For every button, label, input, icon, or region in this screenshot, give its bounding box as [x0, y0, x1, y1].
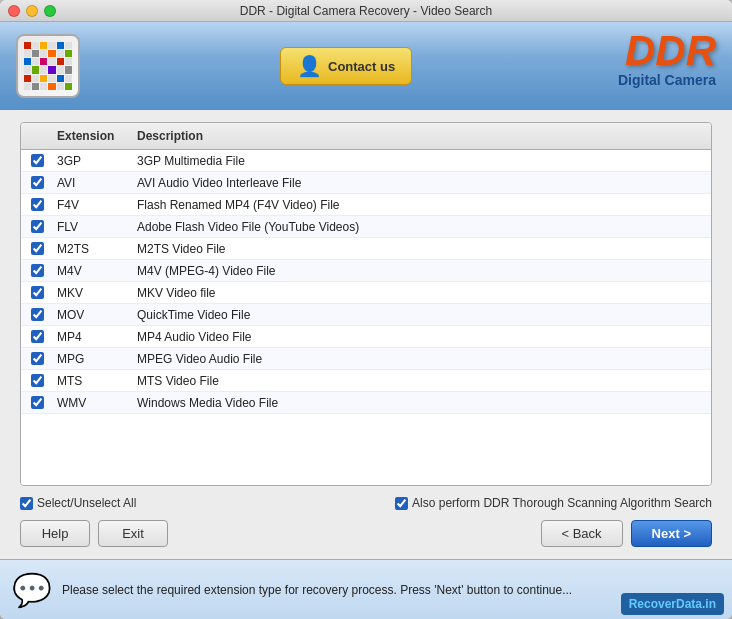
recover-text-normal: RecoverData: [629, 597, 702, 611]
status-bar-wrapper: 💬 Please select the required extension t…: [0, 559, 732, 619]
row-extension: WMV: [53, 394, 133, 412]
recover-text-highlight: .in: [702, 597, 716, 611]
window-title: DDR - Digital Camera Recovery - Video Se…: [240, 4, 493, 18]
row-checkbox-flv[interactable]: [31, 220, 44, 233]
table-row: MKVMKV Video file: [21, 282, 711, 304]
row-description: MTS Video File: [133, 372, 711, 390]
row-checkbox-cell: [21, 220, 53, 233]
row-checkbox-cell: [21, 176, 53, 189]
row-checkbox-mp4[interactable]: [31, 330, 44, 343]
row-description: AVI Audio Video Interleave File: [133, 174, 711, 192]
table-row: 3GP3GP Multimedia File: [21, 150, 711, 172]
row-checkbox-mov[interactable]: [31, 308, 44, 321]
table-row: F4VFlash Renamed MP4 (F4V Video) File: [21, 194, 711, 216]
main-content: Extension Description 3GP3GP Multimedia …: [0, 110, 732, 559]
recover-data-badge: RecoverData.in: [621, 593, 724, 615]
row-checkbox-cell: [21, 308, 53, 321]
row-description: Windows Media Video File: [133, 394, 711, 412]
row-extension: MPG: [53, 350, 133, 368]
row-checkbox-mkv[interactable]: [31, 286, 44, 299]
row-extension: AVI: [53, 174, 133, 192]
thorough-scan-checkbox[interactable]: [395, 497, 408, 510]
bottom-controls: Select/Unselect All Also perform DDR Tho…: [20, 496, 712, 510]
select-all-text: Select/Unselect All: [37, 496, 136, 510]
row-checkbox-mpg[interactable]: [31, 352, 44, 365]
row-description: Adobe Flash Video File (YouTube Videos): [133, 218, 711, 236]
exit-button[interactable]: Exit: [98, 520, 168, 547]
row-description: MPEG Video Audio File: [133, 350, 711, 368]
row-checkbox-m4v[interactable]: [31, 264, 44, 277]
contact-icon: 👤: [297, 54, 322, 78]
maximize-button[interactable]: [44, 5, 56, 17]
app-logo: [16, 34, 80, 98]
row-checkbox-cell: [21, 154, 53, 167]
next-button[interactable]: Next >: [631, 520, 712, 547]
table-row: M2TSM2TS Video File: [21, 238, 711, 260]
row-extension: F4V: [53, 196, 133, 214]
logo-checkers: [24, 42, 72, 90]
select-all-checkbox[interactable]: [20, 497, 33, 510]
row-extension: MTS: [53, 372, 133, 390]
table-row: MTSMTS Video File: [21, 370, 711, 392]
minimize-button[interactable]: [26, 5, 38, 17]
select-all-label[interactable]: Select/Unselect All: [20, 496, 136, 510]
row-description: 3GP Multimedia File: [133, 152, 711, 170]
row-checkbox-cell: [21, 264, 53, 277]
contact-button[interactable]: 👤 Contact us: [280, 47, 412, 85]
brand-area: DDR Digital Camera: [618, 30, 716, 88]
row-description: QuickTime Video File: [133, 306, 711, 324]
row-extension: M2TS: [53, 240, 133, 258]
row-extension: FLV: [53, 218, 133, 236]
row-extension: 3GP: [53, 152, 133, 170]
table-row: WMVWindows Media Video File: [21, 392, 711, 414]
window-controls: [8, 5, 56, 17]
brand-name: DDR: [618, 30, 716, 72]
back-button[interactable]: < Back: [541, 520, 623, 547]
table-body: 3GP3GP Multimedia FileAVIAVI Audio Video…: [21, 150, 711, 485]
title-bar: DDR - Digital Camera Recovery - Video Se…: [0, 0, 732, 22]
row-checkbox-3gp[interactable]: [31, 154, 44, 167]
row-extension: MOV: [53, 306, 133, 324]
row-checkbox-cell: [21, 242, 53, 255]
table-row: MOVQuickTime Video File: [21, 304, 711, 326]
row-checkbox-cell: [21, 374, 53, 387]
status-icon: 💬: [12, 571, 52, 609]
row-checkbox-cell: [21, 396, 53, 409]
row-checkbox-mts[interactable]: [31, 374, 44, 387]
row-checkbox-f4v[interactable]: [31, 198, 44, 211]
row-checkbox-cell: [21, 286, 53, 299]
row-checkbox-cell: [21, 330, 53, 343]
row-checkbox-avi[interactable]: [31, 176, 44, 189]
row-extension: M4V: [53, 262, 133, 280]
row-description: MKV Video file: [133, 284, 711, 302]
row-description: M4V (MPEG-4) Video File: [133, 262, 711, 280]
thorough-scan-label[interactable]: Also perform DDR Thorough Scanning Algor…: [395, 496, 712, 510]
header: 👤 Contact us DDR Digital Camera: [0, 22, 732, 110]
brand-subtitle: Digital Camera: [618, 72, 716, 88]
table-row: FLVAdobe Flash Video File (YouTube Video…: [21, 216, 711, 238]
main-window: DDR - Digital Camera Recovery - Video Se…: [0, 0, 732, 619]
row-extension: MKV: [53, 284, 133, 302]
row-checkbox-wmv[interactable]: [31, 396, 44, 409]
row-description: Flash Renamed MP4 (F4V Video) File: [133, 196, 711, 214]
table-row: MPGMPEG Video Audio File: [21, 348, 711, 370]
table-row: MP4MP4 Audio Video File: [21, 326, 711, 348]
table-header: Extension Description: [21, 123, 711, 150]
table-row: M4VM4V (MPEG-4) Video File: [21, 260, 711, 282]
row-description: MP4 Audio Video File: [133, 328, 711, 346]
file-type-table: Extension Description 3GP3GP Multimedia …: [20, 122, 712, 486]
row-description: M2TS Video File: [133, 240, 711, 258]
header-description-col: Description: [133, 127, 711, 145]
table-row: AVIAVI Audio Video Interleave File: [21, 172, 711, 194]
row-extension: MP4: [53, 328, 133, 346]
thorough-scan-text: Also perform DDR Thorough Scanning Algor…: [412, 496, 712, 510]
contact-label: Contact us: [328, 59, 395, 74]
row-checkbox-cell: [21, 352, 53, 365]
action-buttons: Help Exit < Back Next >: [20, 520, 712, 547]
row-checkbox-cell: [21, 198, 53, 211]
row-checkbox-m2ts[interactable]: [31, 242, 44, 255]
header-check-col: [21, 127, 53, 145]
header-extension-col: Extension: [53, 127, 133, 145]
help-button[interactable]: Help: [20, 520, 90, 547]
close-button[interactable]: [8, 5, 20, 17]
